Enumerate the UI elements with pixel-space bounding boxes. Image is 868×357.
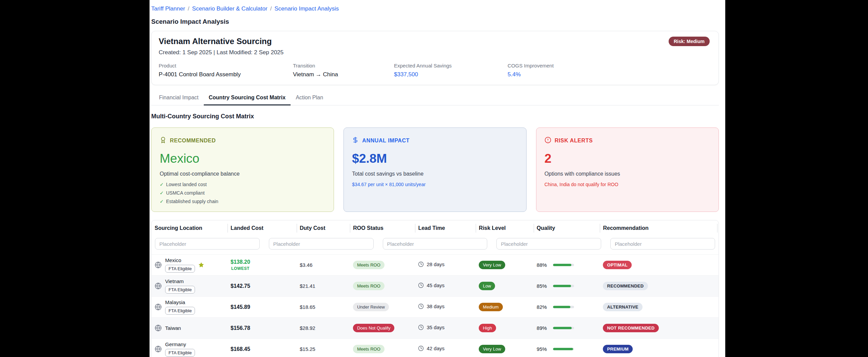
fta-eligible-chip: FTA Eligible — [165, 307, 195, 315]
quality-bar — [553, 264, 574, 266]
landed-cost-cell: $168.45 — [228, 346, 297, 352]
risk-level-cell: Medium — [476, 303, 534, 311]
column-header-risk-level[interactable]: Risk Level — [476, 225, 534, 231]
column-header-sourcing-location[interactable]: Sourcing Location — [152, 225, 228, 231]
clock-icon — [418, 324, 424, 330]
column-header-roo-status[interactable]: ROO Status — [350, 225, 415, 231]
risk-level-cell: Very Low — [476, 345, 534, 353]
risk-level-cell: High — [476, 324, 534, 332]
breadcrumb-link-scenario-impact[interactable]: Scenario Impact Analysis — [274, 5, 339, 12]
recommendation-pill: PREMIUM — [603, 345, 633, 353]
breadcrumb-separator: / — [188, 5, 190, 12]
recommendation-cell: NOT RECOMMENDED — [600, 324, 718, 332]
tab-bar: Financial Impact Country Sourcing Cost M… — [151, 91, 719, 105]
field-transition: Transition Vietnam → China — [293, 63, 394, 78]
risk-level-pill: Low — [479, 282, 495, 290]
duty-cost-cell: $18.65 — [297, 304, 350, 310]
table-row-mexico[interactable]: Mexico FTA Eligible $138.20 LOWEST $3.46… — [152, 254, 718, 275]
recommendation-cell: RECOMMENDED — [600, 282, 718, 290]
quality-percent: 88% — [537, 262, 550, 268]
recommendation-pill: RECOMMENDED — [603, 282, 648, 290]
quality-bar — [553, 285, 574, 287]
globe-icon — [155, 324, 162, 332]
recommended-subtitle: Optimal cost-compliance balance — [160, 171, 326, 177]
risk-alerts-card: RISK ALERTS 2 Options with compliance is… — [536, 127, 719, 212]
duty-cost-cell: $3.46 — [297, 262, 350, 268]
column-filter-input-1[interactable] — [155, 238, 260, 250]
globe-icon — [155, 261, 162, 269]
recommended-country: Mexico — [160, 152, 326, 166]
field-label: Expected Annual Savings — [394, 63, 508, 68]
tab-action-plan[interactable]: Action Plan — [291, 91, 328, 105]
quality-percent: 95% — [537, 346, 550, 352]
lead-time-cell: 42 days — [415, 345, 476, 353]
check-icon: ✓ — [160, 199, 164, 204]
column-filter-input-3[interactable] — [383, 238, 488, 250]
field-product: Product P-4001 Control Board Assembly — [159, 63, 293, 78]
check-item: ✓Established supply chain — [160, 199, 326, 204]
table-row-germany[interactable]: Germany FTA Eligible $168.45 $15.25 Meet… — [152, 338, 718, 357]
landed-cost-value: $138.20 — [231, 259, 250, 265]
column-filter-input-5[interactable] — [610, 238, 715, 250]
quality-cell: 95% — [534, 346, 600, 352]
clock-icon — [418, 303, 424, 309]
favorite-star-icon[interactable] — [198, 262, 204, 268]
country-name: Malaysia — [165, 299, 185, 305]
quality-cell: 82% — [534, 304, 600, 310]
table-row-taiwan[interactable]: Taiwan $156.78 $28.92 Does Not Qualify 3… — [152, 317, 718, 338]
duty-cost-cell: $28.92 — [297, 325, 350, 331]
breadcrumb-link-tariff-planner[interactable]: Tariff Planner — [151, 5, 185, 12]
quality-bar — [553, 348, 574, 350]
column-header-duty-cost[interactable]: Duty Cost — [297, 225, 350, 231]
quality-bar — [553, 306, 574, 308]
roo-status-pill: Meets ROO — [353, 345, 384, 353]
column-header-lead-time[interactable]: Lead Time — [415, 225, 476, 231]
risk-badge: Risk: Medium — [669, 37, 710, 46]
recommended-card: RECOMMENDED Mexico Optimal cost-complian… — [151, 127, 334, 212]
sourcing-location-cell: Taiwan — [152, 324, 228, 332]
quality-percent: 85% — [537, 283, 550, 289]
summary-cards: RECOMMENDED Mexico Optimal cost-complian… — [151, 127, 719, 212]
recommended-card-title: RECOMMENDED — [170, 138, 216, 144]
table-row-malaysia[interactable]: Malaysia FTA Eligible $145.89 $18.65 Und… — [152, 296, 718, 317]
scenario-summary-card: Vietnam Alternative Sourcing Risk: Mediu… — [151, 31, 719, 85]
clock-icon — [418, 261, 424, 267]
risk-level-pill: Medium — [479, 303, 502, 311]
column-filter-input-4[interactable] — [496, 238, 601, 250]
column-filter-input-2[interactable] — [269, 238, 374, 250]
country-name: Mexico — [165, 257, 181, 263]
table-filter-row — [152, 236, 718, 254]
fta-eligible-chip: FTA Eligible — [165, 265, 195, 273]
quality-cell: 89% — [534, 325, 600, 331]
sourcing-location-cell: Mexico FTA Eligible — [152, 257, 228, 273]
column-header-landed-cost[interactable]: Landed Cost — [228, 225, 297, 231]
lead-time-cell: 45 days — [415, 282, 476, 290]
lead-time-cell: 38 days — [415, 303, 476, 311]
risk-alerts-title: RISK ALERTS — [555, 138, 593, 144]
sourcing-location-cell: Malaysia FTA Eligible — [152, 299, 228, 315]
risk-level-pill: High — [479, 324, 496, 332]
recommendation-cell: PREMIUM — [600, 345, 718, 353]
column-header-recommendation[interactable]: Recommendation — [600, 225, 718, 231]
column-header-quality[interactable]: Quality — [534, 225, 600, 231]
globe-icon — [155, 303, 162, 311]
risk-level-cell: Low — [476, 282, 534, 290]
sourcing-location-cell: Germany FTA Eligible — [152, 341, 228, 357]
globe-icon — [155, 282, 162, 290]
breadcrumb-link-scenario-builder[interactable]: Scenario Builder & Calculator — [192, 5, 268, 12]
annual-impact-title: ANNUAL IMPACT — [362, 138, 410, 144]
roo-status-pill: Under Review — [353, 303, 389, 311]
check-icon: ✓ — [160, 182, 164, 187]
risk-alerts-count: 2 — [545, 152, 710, 166]
tab-country-sourcing-cost-matrix[interactable]: Country Sourcing Cost Matrix — [204, 91, 291, 105]
field-value: Vietnam → China — [293, 71, 394, 78]
lowest-tag: LOWEST — [231, 266, 250, 271]
table-row-vietnam[interactable]: Vietnam FTA Eligible $142.75 $21.41 Meet… — [152, 275, 718, 296]
scenario-fields: Product P-4001 Control Board Assembly Tr… — [159, 63, 710, 78]
tab-financial-impact[interactable]: Financial Impact — [154, 91, 204, 105]
main-content: Tariff Planner / Scenario Builder & Calc… — [150, 0, 725, 357]
roo-status-pill: Meets ROO — [353, 261, 384, 269]
fta-eligible-chip: FTA Eligible — [165, 349, 195, 357]
duty-cost-cell: $15.25 — [297, 346, 350, 352]
landed-cost-cell: $142.75 — [228, 283, 297, 289]
